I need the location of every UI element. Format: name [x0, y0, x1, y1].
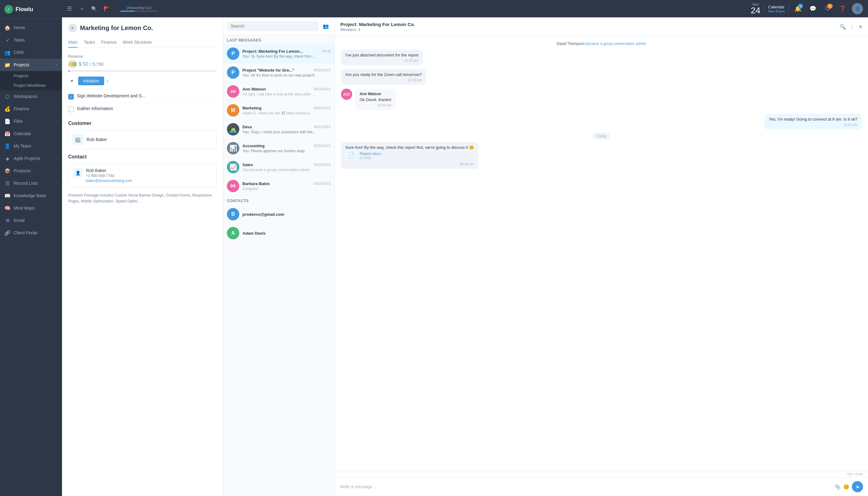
- messenger-list: P Project: Marketing For Lemon... 09:46 …: [223, 44, 335, 496]
- sidebar-item-email[interactable]: ✉ Email: [0, 214, 62, 227]
- chat-bubble-right-1: Yes, I'm ready! Going to connect at 9 am…: [764, 114, 862, 129]
- chat-file-row: 📄 Report.docx 8.17KB: [345, 150, 474, 161]
- tab-work-structure[interactable]: Work Structure: [123, 37, 152, 48]
- attach-file-icon[interactable]: 📎: [835, 484, 841, 490]
- products-icon: 📦: [4, 168, 11, 174]
- sidebar-item-knowledge-base[interactable]: 📖 Knowledge Base: [0, 189, 62, 202]
- help-button[interactable]: ❓: [837, 3, 848, 14]
- sidebar-item-finance[interactable]: 💰 Finance ›: [0, 103, 62, 115]
- sidebar-item-projects-sub[interactable]: Projects: [0, 71, 62, 81]
- chat-more-button[interactable]: ⋮: [850, 24, 855, 30]
- notification-flag-icon[interactable]: 🚩: [102, 4, 112, 14]
- messages-badge-button[interactable]: 🗨 22: [822, 3, 833, 14]
- chat-admin-message: David Thompson became a group conversati…: [341, 42, 862, 46]
- bell-badge: 6: [798, 4, 803, 9]
- messenger-item-3[interactable]: M Marketing 08/23/2022 Adam D.: Here you…: [223, 101, 335, 120]
- contact-name: Rob Baker: [86, 168, 133, 173]
- project-header: ✕ Marketing for Lemon Co.: [68, 24, 217, 32]
- chat-message-input[interactable]: [340, 484, 832, 489]
- notifications-bell-button[interactable]: 🔔 6: [792, 3, 804, 14]
- msg-time-1: 08/23/2022: [314, 68, 331, 72]
- msg-avatar-1: P: [227, 66, 239, 79]
- sidebar-item-my-team[interactable]: 👤 My Team: [0, 140, 62, 152]
- sidebar-item-tasks[interactable]: ✓ Tasks: [0, 34, 62, 46]
- sidebar-item-workspaces[interactable]: ⬡ Workspaces: [0, 90, 62, 103]
- sidebar-item-record-lists[interactable]: ☰ Record Lists ›: [0, 177, 62, 189]
- msg-name-7: Barbara Bates: [243, 181, 270, 186]
- new-event-link[interactable]: New Event: [768, 9, 785, 13]
- sidebar-item-client-portal[interactable]: 🔗 Client Portal: [0, 227, 62, 239]
- user-avatar[interactable]: 👤: [852, 3, 863, 14]
- msg-header-1: Project "Website for Gre..." 08/23/2022: [243, 68, 331, 73]
- project-close-button[interactable]: ✕: [68, 24, 77, 32]
- tab-finance[interactable]: Finance: [101, 37, 117, 48]
- tab-main[interactable]: Main: [68, 37, 78, 48]
- file-icon: 📄: [345, 150, 356, 161]
- crm-icon: 👥: [4, 49, 11, 56]
- sidebar-item-products[interactable]: 📦 Products ›: [0, 165, 62, 177]
- chat-close-button[interactable]: ✕: [858, 24, 863, 30]
- today-divider: Today: [341, 133, 862, 138]
- chat-title: Project: Marketing For Lemon Co.: [340, 22, 415, 27]
- sidebar-item-projects[interactable]: 📁 Projects ∨: [0, 59, 62, 71]
- agile-icon: ◈: [4, 155, 11, 161]
- team-icon: 👤: [4, 143, 11, 149]
- revenue-icon: [68, 60, 77, 68]
- sidebar-item-label: My Team: [14, 143, 58, 149]
- revenue-total: / 5,790: [90, 62, 104, 67]
- messenger-item-1[interactable]: P Project "Website for Gre..." 08/23/202…: [223, 63, 335, 82]
- chat-bubble-time-2: 12:16 pm: [345, 78, 422, 82]
- sidebar-item-crm[interactable]: 👥 CRM ›: [0, 46, 62, 59]
- onboarding-fill: [120, 11, 135, 12]
- messenger-item-0[interactable]: P Project: Marketing For Lemon... 09:46 …: [223, 44, 335, 63]
- msg-time-5: 08/20/2022: [314, 144, 331, 148]
- msg-content-7: Barbara Bates 08/16/2022 Congrats!: [243, 181, 331, 191]
- msg-preview-1: You: Hi! It's time to work on our new pr…: [243, 73, 331, 78]
- customer-card[interactable]: 🏢 Rob Baker: [68, 130, 217, 149]
- sidebar-item-label: Products: [14, 168, 53, 173]
- msg-preview-6: You became a group conversation admin: [243, 168, 331, 172]
- messenger-item-2[interactable]: AW Ann Watson 08/23/2022 All right, I wi…: [223, 82, 335, 101]
- add-button[interactable]: ＋: [77, 4, 87, 14]
- flowlu-logo-icon: ✓: [4, 5, 13, 14]
- hamburger-menu-icon[interactable]: ☰: [67, 5, 72, 12]
- chat-bubble-row-right-1: Yes, I'm ready! Going to connect at 9 am…: [341, 114, 862, 129]
- task-checkbox-2[interactable]: [68, 107, 74, 112]
- msg-name-4: Devs: [243, 125, 252, 129]
- messenger-item-6[interactable]: 📈 Sales 08/19/2022 You became a group co…: [223, 158, 335, 177]
- emoji-icon[interactable]: 😊: [843, 484, 849, 490]
- send-message-button[interactable]: ➤: [852, 481, 863, 492]
- sidebar-item-calendar[interactable]: 📅 Calendar: [0, 127, 62, 140]
- messenger-item-4[interactable]: 👨‍💻 Devs 08/21/2022 You: Guys, I need yo…: [223, 120, 335, 139]
- sidebar-item-agile[interactable]: ◈ Agile Projects ›: [0, 152, 62, 165]
- customer-section: Customer 🏢 Rob Baker: [68, 121, 217, 154]
- sidebar-item-files[interactable]: 📄 Files ›: [0, 115, 62, 127]
- sidebar-item-home[interactable]: 🏠 Home: [0, 21, 62, 34]
- messenger-item-5[interactable]: 📊 Accounting 08/20/2022 You: Please appr…: [223, 139, 335, 158]
- chat-header-actions: 🔍 ⋮ ✕: [840, 24, 863, 30]
- msg-name-0: Project: Marketing For Lemon...: [243, 49, 303, 53]
- add-conversation-button[interactable]: 👥: [321, 21, 331, 31]
- sidebar-item-label: Tasks: [14, 37, 58, 43]
- chat-file-msg-row: Sure Ann! By the way, check this report …: [341, 142, 862, 169]
- messenger-item-7[interactable]: BB Barbara Bates 08/16/2022 Congrats!: [223, 177, 335, 196]
- chat-bubble-1: I've just attached document for the repo…: [341, 50, 423, 65]
- chat-search-button[interactable]: 🔍: [840, 24, 846, 30]
- tab-tasks[interactable]: Tasks: [84, 37, 95, 48]
- task-checkbox-1[interactable]: ✓: [68, 94, 74, 99]
- chat-icon-button[interactable]: 💬: [807, 3, 818, 14]
- chevron-right-icon: ›: [57, 157, 58, 160]
- messenger-search-input[interactable]: [227, 21, 319, 31]
- contact-details: Rob Baker +1 900-589-7744 baker@texasmar…: [86, 168, 133, 183]
- contact-email[interactable]: baker@texasmarketing.com: [86, 179, 133, 183]
- stage-collapse-button[interactable]: ▼: [68, 77, 76, 84]
- file-time: 09:46 am: [345, 162, 474, 166]
- sidebar-item-mind-maps[interactable]: 🧠 Mind Maps: [0, 202, 62, 214]
- search-button[interactable]: 🔍: [89, 4, 99, 14]
- chevron-right-icon: ›: [57, 107, 58, 111]
- messenger-contact-1[interactable]: A Adam Davis: [223, 224, 335, 243]
- file-name-link[interactable]: Report.docx: [360, 151, 381, 156]
- messenger-contact-0[interactable]: B prodevvs@gmail.com: [223, 205, 335, 224]
- msg-header-7: Barbara Bates 08/16/2022: [243, 181, 331, 186]
- sidebar-item-project-workflows[interactable]: Project Workflows: [0, 81, 62, 90]
